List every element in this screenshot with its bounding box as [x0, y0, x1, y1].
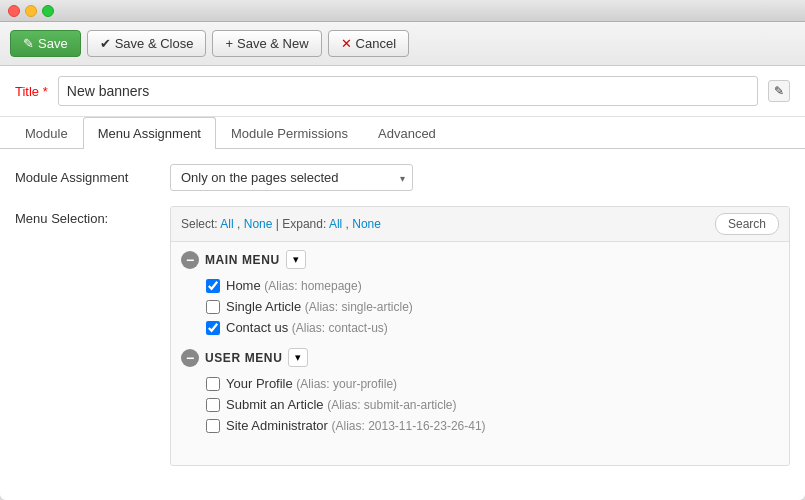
menu-list: − MAIN MENU ▾ Home [171, 242, 789, 465]
cancel-button[interactable]: ✕ Cancel [328, 30, 409, 57]
save-close-button[interactable]: ✔ Save & Close [87, 30, 207, 57]
menu-selection-row: Menu Selection: Select: All , None | Exp… [15, 206, 790, 485]
module-assignment-select-wrapper: Only on the pages selected On all pages … [170, 164, 413, 191]
module-assignment-row: Module Assignment Only on the pages sele… [15, 164, 790, 191]
site-admin-label: Site Administrator (Alias: 2013-11-16-23… [226, 418, 486, 433]
module-assignment-select[interactable]: Only on the pages selected On all pages … [170, 164, 413, 191]
site-admin-checkbox[interactable] [206, 419, 220, 433]
save-icon: ✎ [23, 36, 34, 51]
your-profile-checkbox[interactable] [206, 377, 220, 391]
main-window: ✎ Save ✔ Save & Close + Save & New ✕ Can… [0, 0, 805, 500]
collapse-main-menu-icon[interactable]: − [181, 251, 199, 269]
title-input[interactable] [58, 76, 758, 106]
save-new-label: Save & New [237, 36, 309, 51]
menu-group-user-header: − USER MENU ▾ [181, 348, 779, 367]
tab-advanced[interactable]: Advanced [363, 117, 451, 149]
menu-group-main: − MAIN MENU ▾ Home [181, 250, 779, 338]
list-item: Your Profile (Alias: your-profile) [206, 373, 779, 394]
single-article-checkbox[interactable] [206, 300, 220, 314]
your-profile-alias: (Alias: your-profile) [296, 377, 397, 391]
list-item: Site Administrator (Alias: 2013-11-16-23… [206, 415, 779, 436]
traffic-lights [8, 5, 54, 17]
list-item: Submit an Article (Alias: submit-an-arti… [206, 394, 779, 415]
required-marker: * [43, 84, 48, 99]
menu-selection-controls: Select: All , None | Expand: All , None [181, 217, 381, 231]
contact-us-alias: (Alias: contact-us) [292, 321, 388, 335]
select-label: Select: [181, 217, 218, 231]
panel-content: Module Assignment Only on the pages sele… [0, 149, 805, 500]
submit-article-checkbox[interactable] [206, 398, 220, 412]
home-checkbox[interactable] [206, 279, 220, 293]
user-menu-items: Your Profile (Alias: your-profile) Submi… [181, 373, 779, 436]
home-label: Home (Alias: homepage) [226, 278, 362, 293]
select-none-link[interactable]: None [244, 217, 273, 231]
save-button[interactable]: ✎ Save [10, 30, 81, 57]
toolbar: ✎ Save ✔ Save & Close + Save & New ✕ Can… [0, 22, 805, 66]
collapse-user-menu-icon[interactable]: − [181, 349, 199, 367]
dropdown-arrow-icon: ▾ [293, 253, 299, 266]
single-article-label: Single Article (Alias: single-article) [226, 299, 413, 314]
select-all-link[interactable]: All [220, 217, 233, 231]
your-profile-label: Your Profile (Alias: your-profile) [226, 376, 397, 391]
title-edit-icon[interactable]: ✎ [768, 80, 790, 102]
module-assignment-label: Module Assignment [15, 170, 155, 185]
tab-module-permissions[interactable]: Module Permissions [216, 117, 363, 149]
menu-group-main-header: − MAIN MENU ▾ [181, 250, 779, 269]
menu-selection-box: Select: All , None | Expand: All , None … [170, 206, 790, 466]
save-close-label: Save & Close [115, 36, 194, 51]
title-bar [0, 0, 805, 22]
x-icon: ✕ [341, 36, 352, 51]
single-article-alias: (Alias: single-article) [305, 300, 413, 314]
save-label: Save [38, 36, 68, 51]
close-button[interactable] [8, 5, 20, 17]
maximize-button[interactable] [42, 5, 54, 17]
expand-none-link[interactable]: None [352, 217, 381, 231]
list-item: Home (Alias: homepage) [206, 275, 779, 296]
cancel-label: Cancel [356, 36, 396, 51]
tab-menu-assignment[interactable]: Menu Assignment [83, 117, 216, 149]
checkmark-icon: ✔ [100, 36, 111, 51]
minimize-button[interactable] [25, 5, 37, 17]
user-menu-title: USER MENU [205, 351, 282, 365]
dropdown-arrow-icon: ▾ [295, 351, 301, 364]
tabs-bar: Module Menu Assignment Module Permission… [0, 117, 805, 149]
menu-selection-label: Menu Selection: [15, 206, 155, 226]
submit-article-alias: (Alias: submit-an-article) [327, 398, 456, 412]
content-area: Title * ✎ Module Menu Assignment Module … [0, 66, 805, 500]
main-menu-title: MAIN MENU [205, 253, 280, 267]
main-menu-items: Home (Alias: homepage) Single Article (A… [181, 275, 779, 338]
submit-article-label: Submit an Article (Alias: submit-an-arti… [226, 397, 457, 412]
expand-label: Expand: [282, 217, 326, 231]
menu-selection-header: Select: All , None | Expand: All , None … [171, 207, 789, 242]
save-new-button[interactable]: + Save & New [212, 30, 321, 57]
main-menu-dropdown[interactable]: ▾ [286, 250, 306, 269]
expand-all-link[interactable]: All [329, 217, 342, 231]
user-menu-dropdown[interactable]: ▾ [288, 348, 308, 367]
menu-group-user: − USER MENU ▾ Your Profile [181, 348, 779, 436]
list-item: Single Article (Alias: single-article) [206, 296, 779, 317]
title-field-label: Title * [15, 84, 48, 99]
site-admin-alias: (Alias: 2013-11-16-23-26-41) [332, 419, 486, 433]
contact-us-label: Contact us (Alias: contact-us) [226, 320, 388, 335]
tab-module[interactable]: Module [10, 117, 83, 149]
plus-icon: + [225, 36, 233, 51]
list-item: Contact us (Alias: contact-us) [206, 317, 779, 338]
title-row: Title * ✎ [0, 66, 805, 117]
search-button[interactable]: Search [715, 213, 779, 235]
home-alias: (Alias: homepage) [264, 279, 361, 293]
contact-us-checkbox[interactable] [206, 321, 220, 335]
